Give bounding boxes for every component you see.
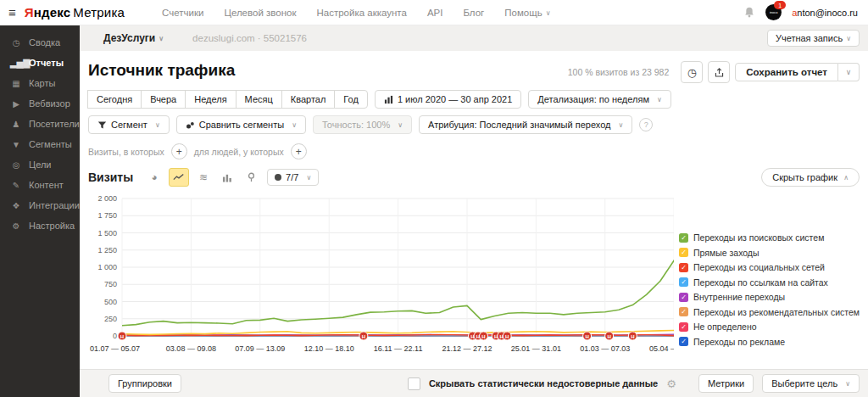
stacked-chart-icon[interactable]: ≋ xyxy=(194,169,213,186)
account-button[interactable]: Учетная запись∨ xyxy=(767,30,860,47)
sidebar-item-webvisor[interactable]: ▶ Вебвизор xyxy=(0,93,80,114)
sidebar-item-label: Посетители xyxy=(29,119,80,129)
legend-item-Не определено[interactable]: ✓ Не определено xyxy=(679,322,860,332)
bottom-toolbar: Группировки Скрывать статистически недос… xyxy=(80,369,868,397)
top-navigation: СчетчикиЦелевой звонокНастройка аккаунта… xyxy=(162,8,551,18)
top-nav-item-help[interactable]: Помощь∨ xyxy=(504,8,550,18)
chart-type-switcher: ◕ ≋ xyxy=(145,168,260,187)
sidebar-item-icon: ▼ xyxy=(10,140,22,149)
add-people-condition-button[interactable]: + xyxy=(291,143,307,159)
save-report-button[interactable]: Сохранить отчет xyxy=(735,63,838,81)
visits-condition-label: Визиты, в которых xyxy=(88,147,164,157)
chevron-down-icon: ∨ xyxy=(546,9,551,17)
chevron-down-icon: ∨ xyxy=(845,380,850,388)
gear-icon[interactable]: ⚙ xyxy=(666,377,676,390)
sidebar-item-content[interactable]: ✎ Контент xyxy=(0,175,80,195)
legend-item-Переходы из социальных сетей[interactable]: ✓ Переходы из социальных сетей xyxy=(679,262,860,272)
svg-text:07.09 — 13.09: 07.09 — 13.09 xyxy=(235,344,285,353)
metrics-button[interactable]: Метрики xyxy=(698,374,754,393)
groupings-button[interactable]: Группировки xyxy=(108,374,181,393)
date-range-button[interactable]: 1 июл 2020 — 30 апр 2021 xyxy=(375,90,521,109)
sidebar-item-integrations[interactable]: ❖ Интеграции xyxy=(0,195,80,215)
legend-item-Переходы по рекламе[interactable]: ✓ Переходы по рекламе xyxy=(679,337,860,347)
annotation-marker-icon: Н xyxy=(503,332,511,340)
svg-text:1 500: 1 500 xyxy=(97,229,117,238)
period-button[interactable]: Квартал xyxy=(281,90,336,109)
sidebar-item-segments[interactable]: ▼ Сегменты xyxy=(0,134,80,154)
legend-label: Переходы по рекламе xyxy=(693,337,785,347)
top-nav-item-account-settings[interactable]: Настройка аккаунта xyxy=(316,8,406,18)
export-button[interactable] xyxy=(708,61,730,83)
sidebar-item-goals[interactable]: ◎ Цели xyxy=(0,154,80,175)
detailing-dropdown[interactable]: Детализация: по неделям∨ xyxy=(528,90,671,109)
svg-text:01.03 — 07.03: 01.03 — 07.03 xyxy=(580,344,630,353)
save-report-dropdown[interactable]: ∨ xyxy=(838,63,860,81)
period-button[interactable]: Неделя xyxy=(185,90,236,109)
user-avatar[interactable]: inoco 1 xyxy=(765,4,782,20)
svg-text:03.08 — 09.08: 03.08 — 09.08 xyxy=(166,344,216,353)
period-button[interactable]: Вчера xyxy=(141,90,186,109)
yandex-metrika-logo[interactable]: ЯндексМетрика xyxy=(25,5,125,20)
counter-selector[interactable]: ДезУслуги∨ xyxy=(103,32,164,44)
user-email[interactable]: anton@inoco.ru xyxy=(792,8,858,18)
svg-text:Н: Н xyxy=(585,334,588,339)
compare-segments-button[interactable]: Сравнить сегменты∨ xyxy=(176,115,306,134)
sidebar-item-maps[interactable]: ▦ Карты xyxy=(0,73,80,93)
sidebar-item-summary[interactable]: ◷ Сводка xyxy=(0,32,80,53)
add-visit-condition-button[interactable]: + xyxy=(171,143,187,159)
notifications-bell-icon[interactable] xyxy=(743,6,755,19)
legend-item-Переходы по ссылкам на сайтах[interactable]: ✓ Переходы по ссылкам на сайтах xyxy=(679,277,860,288)
map-pin-icon[interactable] xyxy=(242,169,260,186)
line-color-dot-icon xyxy=(275,174,281,181)
accuracy-dropdown[interactable]: Точность: 100%∨ xyxy=(313,115,412,134)
bar-chart-icon[interactable] xyxy=(218,169,236,186)
legend-checkbox-icon: ✓ xyxy=(679,248,688,257)
legend-item-Переходы из поисковых систем[interactable]: ✓ Переходы из поисковых систем xyxy=(679,232,860,243)
chevron-down-icon: ∨ xyxy=(155,121,160,129)
attribution-dropdown[interactable]: Атрибуция: Последний значимый переход∨ xyxy=(419,115,632,134)
svg-text:05.04 — 11.04: 05.04 — 11.04 xyxy=(649,344,674,353)
hide-untrusted-checkbox[interactable] xyxy=(408,377,420,390)
legend-item-Внутренние переходы[interactable]: ✓ Внутренние переходы xyxy=(679,292,860,302)
sidebar-item-settings[interactable]: ⚙ Настройка xyxy=(0,215,80,236)
choose-goal-dropdown[interactable]: Выберите цель∨ xyxy=(762,374,860,393)
annotation-marker-icon: Н xyxy=(359,332,368,340)
visible-lines-dropdown[interactable]: 7/7 ∨ xyxy=(267,169,319,186)
hamburger-menu-icon[interactable]: ≡ xyxy=(8,5,16,20)
annotation-marker-icon: Н xyxy=(118,332,126,340)
top-nav-item-blog[interactable]: Блог xyxy=(463,8,484,18)
sidebar-item-visitors[interactable]: ♟ Посетители xyxy=(0,114,80,134)
period-button[interactable]: Месяц xyxy=(236,90,282,109)
period-button[interactable]: Год xyxy=(334,90,368,109)
traffic-sources-line-chart[interactable]: 02505007501 0001 2501 5001 7502 00001.07… xyxy=(88,190,674,360)
top-nav-item-api[interactable]: API xyxy=(427,8,443,18)
legend-item-Переходы из рекомендательных систем[interactable]: ✓ Переходы из рекомендательных систем xyxy=(679,307,860,317)
svg-text:1 750: 1 750 xyxy=(97,211,117,220)
line-chart-icon[interactable] xyxy=(169,168,189,187)
funnel-icon xyxy=(97,120,107,130)
chevron-up-icon: ∧ xyxy=(843,174,849,182)
sidebar-item-label: Настройка xyxy=(29,221,75,231)
sidebar-item-reports[interactable]: ▂▅▇ Отчеты xyxy=(0,53,80,73)
svg-text:500: 500 xyxy=(104,298,117,306)
hide-chart-button[interactable]: Скрыть график ∧ xyxy=(761,168,860,187)
legend-checkbox-icon: ✓ xyxy=(679,307,688,316)
segment-button[interactable]: Сегмент∨ xyxy=(88,115,170,134)
help-question-icon[interactable]: ? xyxy=(639,118,653,131)
legend-checkbox-icon: ✓ xyxy=(679,337,688,346)
svg-text:12.10 — 18.10: 12.10 — 18.10 xyxy=(304,344,354,353)
sidebar-item-icon: ◎ xyxy=(10,160,22,170)
report-history-button[interactable]: ◷ xyxy=(681,61,703,83)
sidebar-item-label: Карты xyxy=(29,78,55,88)
top-nav-item-counters[interactable]: Счетчики xyxy=(162,8,203,18)
sidebar-item-icon: ▦ xyxy=(10,79,22,88)
legend-checkbox-icon: ✓ xyxy=(679,277,688,287)
top-nav-item-target-call[interactable]: Целевой звонок xyxy=(224,8,296,18)
legend-item-Прямые заходы[interactable]: ✓ Прямые заходы xyxy=(679,248,860,258)
export-icon xyxy=(714,67,725,78)
period-button[interactable]: Сегодня xyxy=(87,90,142,109)
legend-label: Прямые заходы xyxy=(693,248,760,258)
counter-bar: ДезУслуги∨ dezuslugi.com · 55021576 Учет… xyxy=(80,25,868,51)
pie-chart-icon[interactable]: ◕ xyxy=(145,169,164,186)
svg-text:2 000: 2 000 xyxy=(97,194,117,203)
